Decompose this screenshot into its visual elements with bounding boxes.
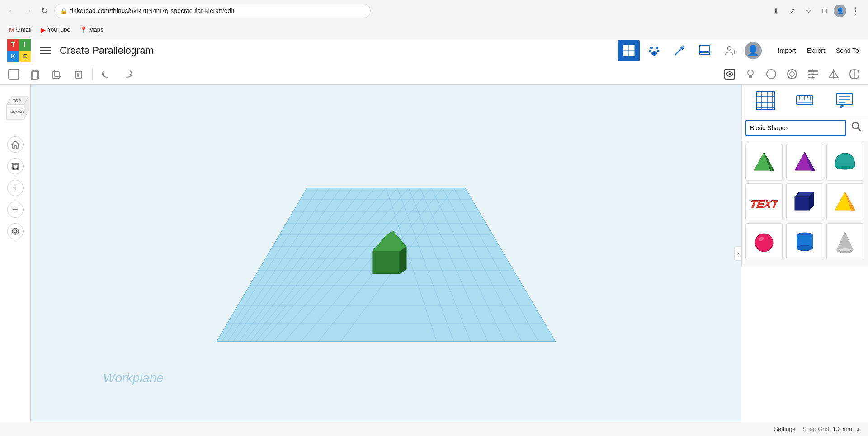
view-mode-button[interactable]: [720, 65, 740, 83]
share-button[interactable]: ↗: [785, 4, 799, 18]
address-bar[interactable]: 🔒 tinkercad.com/things/5kRjruN4m7g-spect…: [54, 4, 371, 18]
back-button[interactable]: ←: [5, 5, 18, 17]
new-shape-button[interactable]: [4, 65, 24, 83]
paw-icon: [648, 44, 660, 57]
delete-button[interactable]: [69, 65, 89, 83]
mirror-icon: [827, 68, 840, 80]
svg-point-7: [650, 47, 653, 49]
reload-icon: ↻: [41, 6, 48, 16]
lock-icon: 🔒: [60, 8, 67, 14]
panel-icons-row: [742, 85, 868, 116]
user-avatar[interactable]: 👤: [745, 42, 762, 59]
svg-rect-54: [14, 164, 17, 168]
logo-cell-k: K: [7, 51, 19, 62]
svg-text:TEXT: TEXT: [750, 198, 778, 210]
send-to-link[interactable]: Send To: [834, 43, 861, 58]
shape-green-pyramid[interactable]: [745, 144, 783, 181]
toolbar-separator-1: [92, 68, 93, 80]
app-title: Create Parallelogram: [60, 45, 611, 56]
shape-circle-button[interactable]: [761, 65, 781, 83]
align-button[interactable]: [803, 65, 823, 83]
maps-icon: 📍: [80, 26, 87, 33]
bookmark-maps[interactable]: 📍 Maps: [76, 24, 107, 35]
svg-point-11: [651, 51, 657, 56]
browser-actions: ⬇ ↗ ☆ □ 👤 ⋮: [769, 4, 863, 18]
zoom-out-button[interactable]: −: [7, 202, 24, 218]
inbox-button[interactable]: [694, 40, 716, 61]
svg-point-8: [656, 47, 658, 49]
pickaxe-button[interactable]: [669, 40, 690, 61]
shape-teal-halfsphere[interactable]: [826, 144, 863, 181]
ruler-panel-button[interactable]: [793, 89, 816, 112]
right-panel-wrapper: ›: [741, 85, 868, 422]
light-button[interactable]: [741, 65, 760, 83]
add-user-button[interactable]: [719, 40, 741, 61]
shape-purple-pyramid[interactable]: [786, 144, 823, 181]
extensions-button[interactable]: □: [817, 4, 832, 18]
shape-yellow-pyramid[interactable]: [826, 183, 863, 220]
search-shapes-button[interactable]: [848, 120, 864, 136]
tinkercad-logo[interactable]: T I K E: [7, 39, 31, 62]
svg-rect-129: [795, 197, 809, 210]
maps-label: Maps: [89, 26, 104, 33]
perspective-button[interactable]: [7, 223, 24, 239]
grid-panel-icon: [755, 89, 776, 111]
view-cube[interactable]: TOP FRONT: [0, 92, 33, 128]
shape-blue-cylinder[interactable]: [786, 223, 823, 260]
svg-rect-5: [623, 51, 628, 56]
svg-rect-0: [40, 47, 51, 48]
shape-inner-button[interactable]: [782, 65, 802, 83]
zoom-in-button[interactable]: +: [7, 180, 24, 196]
svg-point-138: [797, 245, 813, 251]
chrome-menu-button[interactable]: ⋮: [848, 4, 863, 18]
download-button[interactable]: ⬇: [769, 4, 783, 18]
shapes-row-2: TEXT: [745, 183, 864, 220]
settings-button[interactable]: Settings: [770, 424, 799, 434]
duplicate-button[interactable]: [47, 65, 67, 83]
shape-pink-sphere[interactable]: [745, 223, 783, 260]
svg-text:TOP: TOP: [13, 98, 21, 103]
snap-up-button[interactable]: ▲: [856, 427, 861, 432]
bookmark-youtube[interactable]: ▶ YouTube: [37, 24, 74, 35]
app-header: T I K E Create Parallelogram: [0, 38, 868, 63]
svg-rect-6: [629, 51, 634, 56]
svg-point-39: [790, 72, 794, 76]
home-view-button[interactable]: [7, 136, 24, 153]
shape-category-select[interactable]: Basic Shapes: [745, 120, 846, 136]
grid-panel-button[interactable]: [754, 89, 777, 112]
svg-rect-1: [40, 50, 51, 51]
youtube-icon: ▶: [41, 26, 46, 33]
back-icon: ←: [8, 6, 16, 16]
fit-view-button[interactable]: [7, 158, 24, 174]
view-mode-icon: [723, 67, 736, 81]
mirror-button[interactable]: [824, 65, 844, 83]
forward-button[interactable]: →: [22, 5, 34, 17]
bookmark-gmail[interactable]: M Gmail: [5, 24, 35, 35]
bookmarks-bar: M Gmail ▶ YouTube 📍 Maps: [0, 22, 868, 38]
panel-collapse-button[interactable]: ›: [734, 246, 741, 261]
svg-point-10: [657, 50, 659, 52]
search-icon: [850, 121, 862, 132]
star-button[interactable]: ☆: [801, 4, 816, 18]
export-link[interactable]: Export: [805, 43, 826, 58]
grid-view-button[interactable]: [618, 40, 640, 61]
avatar[interactable]: 👤: [834, 5, 846, 17]
import-link[interactable]: Import: [776, 43, 798, 58]
svg-marker-45: [834, 70, 838, 78]
paw-button[interactable]: [643, 40, 665, 61]
shape-grey-cone[interactable]: [826, 223, 863, 260]
new-shape-icon: [8, 68, 19, 80]
reload-button[interactable]: ↻: [38, 5, 51, 17]
shape-text[interactable]: TEXT: [745, 183, 783, 220]
shape-blue-box[interactable]: [786, 183, 823, 220]
main-area: TOP FRONT: [0, 85, 868, 422]
undo-button[interactable]: [96, 65, 116, 83]
gmail-icon: M: [9, 26, 14, 33]
paste-button[interactable]: [25, 65, 45, 83]
notes-panel-button[interactable]: [833, 89, 856, 112]
canvas-area[interactable]: Workplane: [31, 85, 741, 422]
redo-button[interactable]: [118, 65, 138, 83]
hamburger-menu-button[interactable]: [38, 43, 52, 58]
svg-rect-4: [629, 45, 634, 50]
group-button[interactable]: [844, 65, 864, 83]
